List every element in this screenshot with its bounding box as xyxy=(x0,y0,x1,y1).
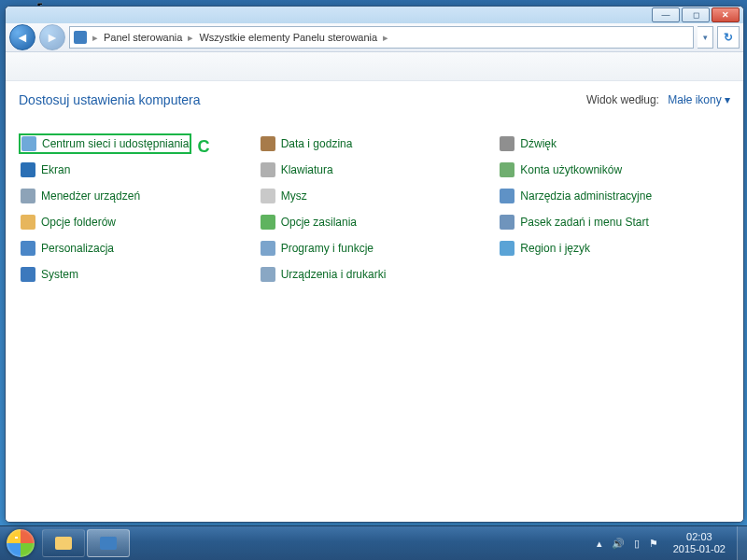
item-label: Data i godzina xyxy=(281,137,353,150)
breadcrumb-current[interactable]: Wszystkie elementy Panelu sterowania xyxy=(199,32,377,43)
folder-icon xyxy=(55,537,72,550)
sound-icon xyxy=(500,136,514,151)
command-toolbar xyxy=(6,52,743,81)
item-personalizacja[interactable]: Personalizacja xyxy=(19,238,251,259)
taskbar[interactable]: ▴ 🔊 ▯ ⚑ 02:03 2015-01-02 xyxy=(0,525,747,560)
item-centrum-sieci[interactable]: Centrum sieci i udostępniania xyxy=(19,133,191,154)
device-manager-icon xyxy=(21,189,35,203)
maximize-button[interactable]: ◻ xyxy=(682,7,710,22)
page-title: Dostosuj ustawienia komputera xyxy=(19,92,201,107)
folder-options-icon xyxy=(21,215,35,230)
taskbar-explorer[interactable] xyxy=(42,529,85,557)
admin-tools-icon xyxy=(500,189,514,203)
item-label: Dźwięk xyxy=(520,137,557,150)
control-panel-taskbar-icon xyxy=(100,537,117,550)
item-label: Centrum sieci i udostępniania xyxy=(42,137,189,150)
item-programy-funkcje[interactable]: Programy i funkcje xyxy=(259,238,491,259)
items-column-1: Centrum sieci i udostępniania C Ekran Me… xyxy=(19,133,251,290)
breadcrumb-separator: ▸ xyxy=(383,32,388,44)
item-menedzer-urzadzen[interactable]: Menedżer urządzeń xyxy=(19,186,251,206)
window-titlebar[interactable]: — ◻ ✕ xyxy=(6,7,743,23)
view-by-label: Widok według: xyxy=(586,93,659,106)
back-button[interactable]: ◄ xyxy=(9,24,35,50)
item-mysz[interactable]: Mysz xyxy=(259,186,491,206)
breadcrumb-separator: ▸ xyxy=(188,32,193,44)
windows-orb-icon xyxy=(7,529,35,557)
nav-toolbar: ◄ ► ▸ Panel sterowania ▸ Wszystkie eleme… xyxy=(6,23,743,52)
item-label: Pasek zadań i menu Start xyxy=(520,216,648,229)
breadcrumb-separator: ▸ xyxy=(92,32,98,44)
address-bar[interactable]: ▸ Panel sterowania ▸ Wszystkie elementy … xyxy=(69,26,694,49)
mouse-icon xyxy=(261,189,275,203)
refresh-button[interactable]: ↻ xyxy=(717,26,740,49)
item-label: Opcje zasilania xyxy=(281,216,357,229)
control-panel-window: — ◻ ✕ ◄ ► ▸ Panel sterowania ▸ Wszystkie… xyxy=(5,6,744,523)
item-dzwiek[interactable]: Dźwięk xyxy=(498,133,730,154)
tray-date: 2015-01-02 xyxy=(673,543,726,555)
item-label: Ekran xyxy=(41,163,70,176)
close-button[interactable]: ✕ xyxy=(712,7,740,22)
item-label: Personalizacja xyxy=(41,242,114,255)
item-region-jezyk[interactable]: Region i język xyxy=(498,238,730,259)
region-language-icon xyxy=(500,241,514,256)
items-column-3: Dźwięk Konta użytkowników Narzędzia admi… xyxy=(498,133,730,290)
network-sharing-icon xyxy=(21,136,36,151)
item-urzadzenia-drukarki[interactable]: Urządzenia i drukarki xyxy=(259,264,491,285)
tray-up-icon[interactable]: ▴ xyxy=(597,538,602,550)
start-button[interactable] xyxy=(0,526,41,560)
item-label: Menedżer urządzeń xyxy=(41,189,140,203)
item-label: Klawiatura xyxy=(281,163,333,176)
content-area: Dostosuj ustawienia komputera Widok wedł… xyxy=(6,81,743,290)
personalization-icon xyxy=(21,241,35,256)
display-icon xyxy=(21,162,35,177)
breadcrumb-root[interactable]: Panel sterowania xyxy=(104,32,182,43)
network-tray-icon[interactable]: ▯ xyxy=(634,538,640,550)
item-pasek-zadan[interactable]: Pasek zadań i menu Start xyxy=(498,212,730,232)
item-opcje-folderow[interactable]: Opcje folderów xyxy=(19,212,251,232)
tray-time: 02:03 xyxy=(673,531,726,543)
item-narzedzia-admin[interactable]: Narzędzia administracyjne xyxy=(498,186,730,206)
item-label: Urządzenia i drukarki xyxy=(281,268,387,281)
view-by-selector[interactable]: Małe ikony ▾ xyxy=(668,93,730,106)
forward-button[interactable]: ► xyxy=(39,24,65,50)
item-opcje-zasilania[interactable]: Opcje zasilania xyxy=(259,212,491,232)
programs-features-icon xyxy=(261,241,275,256)
system-tray[interactable]: ▴ 🔊 ▯ ⚑ 02:03 2015-01-02 xyxy=(591,531,737,554)
item-konta-uzytkownikow[interactable]: Konta użytkowników xyxy=(498,160,730,180)
item-label: Narzędzia administracyjne xyxy=(520,189,652,203)
control-panel-icon xyxy=(74,31,87,44)
taskbar-control-panel[interactable] xyxy=(87,529,130,557)
minimize-button[interactable]: — xyxy=(652,7,680,22)
power-options-icon xyxy=(261,215,275,230)
item-label: Mysz xyxy=(281,189,307,203)
show-desktop-button[interactable] xyxy=(737,526,747,560)
item-system[interactable]: System xyxy=(19,264,251,285)
volume-icon[interactable]: 🔊 xyxy=(612,538,625,550)
keyboard-icon xyxy=(261,162,275,177)
item-label: Region i język xyxy=(520,242,590,255)
date-time-icon xyxy=(261,136,275,151)
item-klawiatura[interactable]: Klawiatura xyxy=(259,160,491,180)
address-dropdown[interactable]: ▾ xyxy=(698,26,713,49)
system-icon xyxy=(21,267,35,282)
action-center-icon[interactable]: ⚑ xyxy=(649,538,658,550)
item-label: Opcje folderów xyxy=(41,216,116,229)
item-label: Konta użytkowników xyxy=(520,163,622,176)
annotation-letter: C xyxy=(197,137,209,157)
item-label: System xyxy=(41,268,78,281)
items-column-2: Data i godzina Klawiatura Mysz Opcje zas… xyxy=(259,133,491,290)
tray-clock[interactable]: 02:03 2015-01-02 xyxy=(668,531,731,554)
taskbar-startmenu-icon xyxy=(500,215,514,230)
item-data-godzina[interactable]: Data i godzina xyxy=(259,133,491,154)
item-label: Programy i funkcje xyxy=(281,242,374,255)
devices-printers-icon xyxy=(261,267,275,282)
item-ekran[interactable]: Ekran xyxy=(19,160,251,180)
user-accounts-icon xyxy=(500,162,514,177)
